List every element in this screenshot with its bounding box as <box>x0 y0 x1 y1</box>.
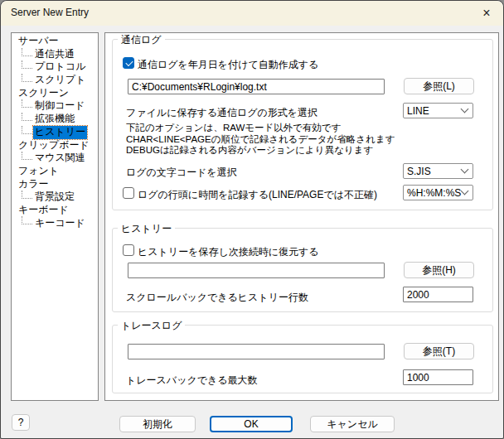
tree-item-protocol[interactable]: プロトコル <box>12 60 98 74</box>
traceback-input[interactable] <box>403 369 473 385</box>
timestamp-format-combo[interactable]: %H:%M:%S <box>403 185 473 200</box>
log-charcode-value: S.JIS <box>407 166 431 177</box>
tree-item-screen[interactable]: スクリーン <box>12 87 98 100</box>
auto-create-log-label: 通信ログを年月日を付けて自動作成する <box>138 58 318 72</box>
log-format-label: ファイルに保存する通信ログの形式を選択 <box>126 106 317 120</box>
trace-log-group-label: トレースログ <box>118 319 185 333</box>
note-line-1: 下記のオプションは、RAWモード以外で有効です <box>126 123 395 134</box>
log-charcode-label: ログの文字コードを選択 <box>126 166 237 180</box>
window-title: Server New Entry <box>11 1 89 25</box>
tree-connector <box>22 60 32 69</box>
tree-connector <box>22 126 32 134</box>
chevron-down-icon <box>461 166 469 174</box>
note-line-2: CHAR<LINE<PAGEの順位で記録されるデータが省略されます <box>126 134 395 146</box>
chevron-down-icon <box>461 105 469 113</box>
tree-item-extensions[interactable]: 拡張機能 <box>12 113 98 126</box>
tree-item-history[interactable]: ヒストリー <box>12 126 98 139</box>
tree-item-script[interactable]: スクリプト <box>12 74 98 87</box>
log-format-value: LINE <box>407 105 429 117</box>
title-bar: Server New Entry × <box>1 1 503 26</box>
settings-panel: 通信ログ 通信ログを年月日を付けて自動作成する 参照(L) ファイルに保存する通… <box>104 32 499 401</box>
trace-path-input[interactable] <box>128 344 385 359</box>
timestamp-format-value: %H:%M:%S <box>407 187 461 199</box>
history-group-label: ヒストリー <box>118 222 175 236</box>
tree-item-server[interactable]: サーバー <box>12 35 98 48</box>
tree-item-background[interactable]: 背景設定 <box>12 191 98 204</box>
log-format-select[interactable]: LINE <box>403 103 473 118</box>
history-restore-label: ヒストリーを保存し次接続時に復元する <box>138 245 319 259</box>
server-new-entry-dialog: Server New Entry × サーバー 通信共通 プロトコル スクリプト… <box>0 0 504 439</box>
tree-connector <box>22 216 32 224</box>
scrollback-input[interactable] <box>403 287 473 302</box>
tree-item-mouse[interactable]: マウス関連 <box>12 152 98 165</box>
tree-connector <box>22 48 32 56</box>
init-button[interactable]: 初期化 <box>119 416 196 432</box>
cancel-button[interactable]: キャンセル <box>310 416 395 432</box>
history-restore-checkbox[interactable] <box>123 244 134 256</box>
tree-connector <box>22 99 32 108</box>
tree-item-font[interactable]: フォント <box>12 165 98 178</box>
ok-button[interactable]: OK <box>210 416 293 432</box>
chevron-down-icon <box>461 187 469 195</box>
log-timestamp-label: ログの行頭に時間を記録する(LINE/PAGEでは不正確) <box>138 188 377 202</box>
tree-connector <box>22 113 32 121</box>
tree-item-clipboard[interactable]: クリップボード <box>12 139 98 152</box>
tree-item-keyboard[interactable]: キーボード <box>12 204 98 217</box>
log-timestamp-checkbox[interactable] <box>123 187 134 199</box>
tree-item-control-code[interactable]: 制御コード <box>12 99 98 113</box>
tree-item-comm-common[interactable]: 通信共通 <box>12 48 98 61</box>
log-option-note: 下記のオプションは、RAWモード以外で有効です CHAR<LINE<PAGEの順… <box>126 123 395 157</box>
auto-create-log-checkbox[interactable] <box>123 57 134 69</box>
log-path-input[interactable] <box>128 79 385 94</box>
category-tree: サーバー 通信共通 プロトコル スクリプト スクリーン 制御コード 拡張機能 ヒ… <box>11 32 99 401</box>
tree-item-keycode[interactable]: キーコード <box>12 217 98 230</box>
tree-item-color[interactable]: カラー <box>12 178 98 191</box>
tree-connector <box>22 191 32 199</box>
comm-log-group-label: 通信ログ <box>118 33 165 47</box>
tree-connector <box>22 152 32 160</box>
help-button[interactable]: ? <box>12 414 30 431</box>
traceback-label: トレースバックできる最大数 <box>126 374 258 388</box>
log-charcode-select[interactable]: S.JIS <box>403 163 473 179</box>
scrollback-label: スクロールバックできるヒストリー行数 <box>126 291 308 305</box>
history-path-input[interactable] <box>128 263 385 278</box>
close-icon[interactable]: × <box>477 4 496 22</box>
browse-log-button[interactable]: 参照(L) <box>404 78 474 94</box>
tree-connector <box>22 74 32 82</box>
note-line-3: DEBUGは記録される内容がバージョンにより異なります <box>126 145 395 157</box>
browse-history-button[interactable]: 参照(H) <box>404 262 474 278</box>
browse-trace-button[interactable]: 参照(T) <box>404 343 474 359</box>
